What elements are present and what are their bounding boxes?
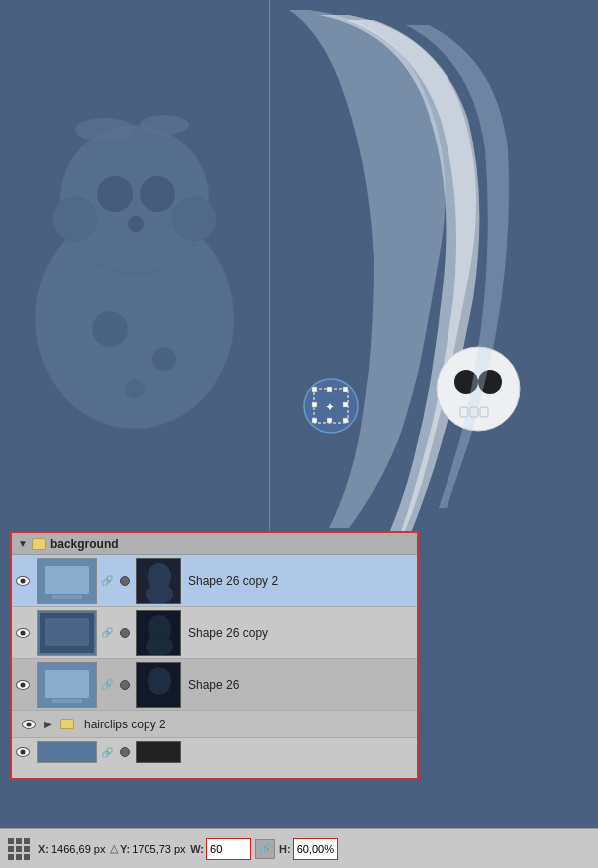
- svg-rect-18: [480, 407, 488, 417]
- layer-thumb2-5: [136, 741, 181, 763]
- canvas-area: ✦: [0, 0, 598, 538]
- layer-thumb-3: [37, 662, 97, 708]
- svg-point-3: [97, 176, 133, 212]
- delta-icon: △: [110, 842, 118, 855]
- dot-icon-5: [120, 747, 130, 757]
- layer-name-3: Shape 26: [184, 678, 417, 692]
- svg-rect-21: [312, 387, 317, 392]
- svg-rect-27: [312, 402, 317, 407]
- layer-thumb-2: [37, 610, 97, 656]
- svg-rect-39: [52, 647, 82, 651]
- y-value: 1705,73 px: [132, 843, 186, 855]
- svg-point-5: [53, 197, 97, 241]
- svg-rect-25: [327, 387, 332, 392]
- dot-col-5: [114, 747, 136, 757]
- visibility-icon-4[interactable]: [22, 720, 36, 729]
- group-toggle[interactable]: ▼: [18, 538, 28, 549]
- link-col-1: 🔗: [100, 575, 114, 586]
- eye-col-3: [12, 680, 34, 690]
- y-coord-group: △ Y: 1705,73 px: [110, 842, 186, 855]
- layer-thumb2-1: [136, 558, 181, 604]
- status-bar: X: 1466,69 px △ Y: 1705,73 px W: 🔗 H:: [0, 828, 598, 868]
- svg-rect-31: [45, 566, 89, 594]
- visibility-icon-3[interactable]: [16, 680, 30, 690]
- svg-point-11: [152, 347, 176, 371]
- layer-row[interactable]: 🔗 Shape 26: [12, 659, 417, 711]
- eye-col-1: [12, 576, 34, 586]
- svg-point-12: [125, 379, 145, 399]
- svg-rect-40: [58, 651, 76, 653]
- layer-name-4: hairclips copy 2: [84, 718, 166, 731]
- layer-thumb-1: [37, 558, 97, 604]
- svg-rect-28: [343, 402, 348, 407]
- eye-col-4: [18, 720, 40, 729]
- link-col-2: 🔗: [100, 627, 114, 638]
- layer-name-2: Shape 26 copy: [184, 626, 417, 640]
- svg-point-8: [75, 118, 135, 142]
- w-coord-group: W:: [190, 838, 251, 860]
- aspect-link-button[interactable]: 🔗: [255, 839, 275, 859]
- folder-icon: [32, 538, 46, 550]
- x-value: 1466,69 px: [51, 843, 106, 855]
- svg-rect-22: [343, 387, 348, 392]
- svg-point-48: [148, 667, 171, 695]
- dot-col-2: [114, 628, 136, 638]
- layer-thumb2-3: [136, 662, 181, 708]
- svg-point-36: [146, 584, 173, 604]
- layer-group-row[interactable]: ▶ hairclips copy 2: [12, 711, 417, 738]
- svg-rect-38: [45, 618, 89, 646]
- eye-col-5: [12, 747, 34, 757]
- layers-header: ▼ background: [12, 533, 417, 555]
- w-label: W:: [190, 843, 204, 855]
- svg-point-4: [140, 176, 175, 212]
- dot-icon-2: [120, 628, 130, 638]
- svg-rect-23: [312, 418, 317, 423]
- layer-name-1: Shape 26 copy 2: [184, 574, 417, 588]
- svg-point-10: [92, 311, 128, 347]
- dot-col-3: [114, 680, 136, 690]
- group-name: background: [50, 537, 119, 551]
- svg-point-6: [172, 197, 216, 241]
- layer-thumb2-2: [136, 610, 181, 656]
- svg-point-7: [128, 216, 144, 232]
- guide-line: [269, 0, 270, 538]
- dot-icon-3: [120, 680, 130, 690]
- layers-panel: ▼ background 🔗: [10, 531, 419, 780]
- layer-row[interactable]: 🔗 Shape 26 copy 2: [12, 555, 417, 607]
- canvas-content: ✦: [0, 0, 598, 538]
- link-icon-3: 🔗: [101, 679, 113, 690]
- svg-rect-46: [52, 699, 82, 703]
- eye-col-2: [12, 628, 34, 638]
- x-coord-group: X: 1466,69 px: [38, 843, 106, 855]
- h-input[interactable]: [293, 838, 338, 860]
- y-label: Y:: [120, 843, 130, 855]
- link-chain-icon: 🔗: [259, 843, 271, 854]
- link-icon-5: 🔗: [101, 747, 113, 758]
- link-col-3: 🔗: [100, 679, 114, 690]
- svg-point-43: [146, 636, 173, 656]
- link-icon-2: 🔗: [101, 627, 113, 638]
- dot-icon-1: [120, 576, 130, 586]
- svg-rect-45: [45, 670, 89, 698]
- group-folder-icon: [60, 719, 74, 729]
- link-icon-1: 🔗: [101, 575, 113, 586]
- svg-rect-33: [58, 599, 76, 601]
- layer-partial-row: 🔗: [12, 738, 417, 766]
- visibility-icon-5[interactable]: [16, 747, 30, 757]
- h-coord-group: H:: [279, 838, 338, 860]
- svg-rect-26: [327, 418, 332, 423]
- svg-rect-24: [343, 418, 348, 423]
- x-label: X:: [38, 843, 49, 855]
- visibility-icon-2[interactable]: [16, 628, 30, 638]
- dot-col-1: [114, 576, 136, 586]
- svg-point-9: [140, 115, 189, 135]
- grid-icon[interactable]: [8, 838, 30, 860]
- link-col-5: 🔗: [100, 747, 114, 758]
- w-input[interactable]: [206, 838, 251, 860]
- svg-rect-32: [52, 595, 82, 599]
- visibility-icon-1[interactable]: [16, 576, 30, 586]
- h-label: H:: [279, 843, 291, 855]
- expand-arrow[interactable]: ▶: [44, 719, 52, 729]
- layer-row[interactable]: 🔗 Shape 26 copy: [12, 607, 417, 659]
- svg-text:✦: ✦: [325, 400, 335, 414]
